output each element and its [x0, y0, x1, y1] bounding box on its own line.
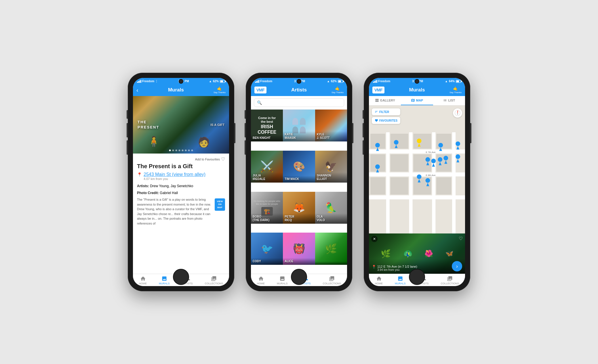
alice-art: 👹	[293, 243, 305, 254]
description-block-1: The "Present is a Gift" is a play on wor…	[137, 197, 225, 226]
preview-next-btn-3[interactable]: ›	[452, 261, 462, 271]
dot-6	[185, 150, 187, 151]
nav-bar-3: HOME MURALS ARTISTS COLLECTIONS	[369, 274, 465, 286]
location-icon-1: 📍	[137, 172, 142, 177]
favourites-btn-3[interactable]: FAVOURITES	[372, 117, 400, 124]
nav-collections-1[interactable]: COLLECTIONS	[205, 276, 223, 285]
map-preview-img-3: 🌿 🦚 🌺 🦋 ✕ ♡ 📍 1	[369, 233, 465, 274]
artist-cell-ola-volo[interactable]: 🦜 OLAVOLO	[315, 192, 347, 224]
say-thanks-label-3: Say Thanks	[450, 91, 462, 94]
collections-icon-2	[329, 276, 335, 281]
screen-content-2: 🔍 Come in forthe bestIRISHCOFFEE BEN KNI…	[251, 96, 347, 274]
map-container-3[interactable]: E 7th Ave E 8th Ave	[369, 106, 465, 274]
nav-home-2[interactable]: HOME	[257, 276, 265, 285]
screen-content-3: GALLERY MAP LIST	[369, 96, 465, 274]
back-button-1[interactable]: ‹	[136, 87, 138, 93]
nav-murals-2[interactable]: MURALS	[277, 276, 288, 285]
ola-art: 🦜	[325, 202, 337, 213]
artist-bg-extra: 🌿	[315, 233, 347, 265]
tab-list-3[interactable]: LIST	[433, 96, 465, 105]
nav-murals-3[interactable]: MURALS	[395, 276, 406, 285]
signal-bars-2	[255, 80, 259, 83]
svg-point-46	[425, 178, 430, 183]
nav-artists-2[interactable]: ARTISTS	[300, 276, 311, 285]
signal-bar	[137, 82, 138, 83]
vmf-logo-3: VMF	[372, 87, 384, 93]
search-bar-2: 🔍	[251, 96, 347, 110]
svg-point-40	[456, 154, 460, 159]
favourites-label-3: FAVOURITES	[379, 119, 397, 122]
nav-collections-3[interactable]: COLLECTIONS	[441, 276, 459, 285]
artist-cell-peter-ricq[interactable]: 🦊 PETERRICQ	[283, 192, 315, 224]
mural-dots-1	[169, 150, 193, 151]
artist-cell-tim-mack[interactable]: 🎨 TIM MACK	[283, 151, 315, 183]
artist-cell-bobo[interactable]: i'm looking for people who like to bark …	[251, 192, 283, 224]
filter-btn-3[interactable]: FILTER	[372, 108, 400, 115]
svg-rect-13	[391, 154, 408, 172]
nav-home-3[interactable]: HOME	[375, 276, 383, 285]
address-link-1[interactable]: 2543 Main St (view from alley)	[144, 172, 205, 177]
murals-icon-2	[279, 276, 285, 281]
signal-bar	[255, 82, 256, 83]
dot-4	[179, 150, 180, 151]
nav-collections-2[interactable]: COLLECTIONS	[323, 276, 341, 285]
artist-cell-shannon-elliot[interactable]: 🦅 SHANNONELLIOT	[315, 151, 347, 183]
nav-artists-1[interactable]: ARTISTS	[182, 276, 193, 285]
artists-label-1: Artists:	[137, 184, 149, 188]
nav-murals-label-1: MURALS	[159, 282, 170, 285]
say-thanks-3[interactable]: 🤙 Say Thanks	[450, 86, 462, 94]
artist-name-bobo: BOBO(THE DARK)	[251, 213, 283, 224]
artist-cell-cody[interactable]: 🐦 CODY	[251, 233, 283, 265]
artist-cell-ben-knight[interactable]: Come in forthe bestIRISHCOFFEE BEN KNIGH…	[251, 110, 283, 141]
nav-collections-label-2: COLLECTIONS	[323, 282, 341, 285]
map-controls-3: FILTER FAVOURITES	[372, 108, 400, 124]
search-input-2[interactable]	[264, 101, 341, 105]
battery-icon-3	[456, 80, 461, 83]
header-title-1: Murals	[168, 87, 184, 93]
preview-heart-btn-3[interactable]: ♡	[459, 236, 463, 241]
add-favourites-btn[interactable]: Add to Favourites ♡	[137, 156, 225, 162]
distance-1: 4.07 km from you	[144, 177, 205, 181]
preview-figure-3: 🌺	[424, 250, 433, 258]
artist-cell-katie-maasik[interactable]: KATIEMAASIK	[283, 110, 315, 141]
svg-point-38	[443, 156, 448, 160]
grid-icon-3	[375, 98, 379, 102]
tab-gallery-3[interactable]: GALLERY	[369, 96, 401, 105]
artist-cell-extra[interactable]: 🌿	[315, 233, 347, 265]
nav-artists-3[interactable]: ARTISTS	[418, 276, 429, 285]
heart-icon-1: ♡	[221, 156, 225, 162]
say-thanks-1[interactable]: 🤙 Say Thanks	[214, 86, 226, 94]
nav-murals-label-2: MURALS	[277, 282, 288, 285]
battery-pct-1: 62%	[213, 80, 219, 83]
artist-cell-julia-iredale[interactable]: ⚔️ JULIAIREDALE	[251, 151, 283, 183]
nav-collections-label-1: COLLECTIONS	[205, 282, 223, 285]
svg-point-32	[425, 157, 430, 162]
status-right-2: ▲ 62%	[327, 80, 343, 83]
svg-rect-3	[369, 195, 465, 199]
compass-icon-3: N	[454, 110, 461, 116]
search-input-wrap-2[interactable]: 🔍	[254, 98, 344, 107]
say-thanks-2[interactable]: 🤙 Say Thanks	[332, 86, 344, 94]
svg-point-34	[431, 159, 436, 163]
svg-rect-16	[370, 177, 385, 195]
mural-artists-1: Artists: Drew Young, Jay Senetchko	[137, 183, 225, 189]
nav-home-1[interactable]: HOME	[139, 276, 147, 285]
nav-murals-1[interactable]: MURALS	[159, 276, 170, 285]
artist-cell-alice[interactable]: 👹 ALICE	[283, 233, 315, 265]
say-thanks-label-2: Say Thanks	[332, 91, 344, 94]
time-1: 3:51 PM	[178, 80, 189, 83]
preview-close-btn-3[interactable]: ✕	[371, 236, 378, 242]
filter-label-3: FILTER	[379, 110, 389, 114]
tab-map-3[interactable]: MAP	[401, 96, 433, 105]
view-tabs-3: GALLERY MAP LIST	[369, 96, 465, 106]
time-2: 3:50 PM	[294, 80, 305, 83]
cody-art: 🐦	[261, 243, 273, 254]
artist-cell-kyle-scott[interactable]: KYLEJ. SCOTT	[315, 110, 347, 141]
preview-address-text-block-3: 112 E 7th Ave (in 7 1/2 lane) 3.94 km fr…	[377, 265, 417, 271]
bobo-text: i'm looking for people who like to bark …	[253, 200, 281, 206]
view-on-map-btn-1[interactable]: VIEWON MAP	[215, 198, 225, 211]
battery-fill-2	[338, 81, 341, 82]
preview-address-3: 📍 112 E 7th Ave (in 7 1/2 lane) 3.94 km …	[372, 265, 417, 271]
artist-name-shannon: SHANNONELLIOT	[315, 172, 347, 183]
svg-rect-9	[391, 134, 408, 149]
